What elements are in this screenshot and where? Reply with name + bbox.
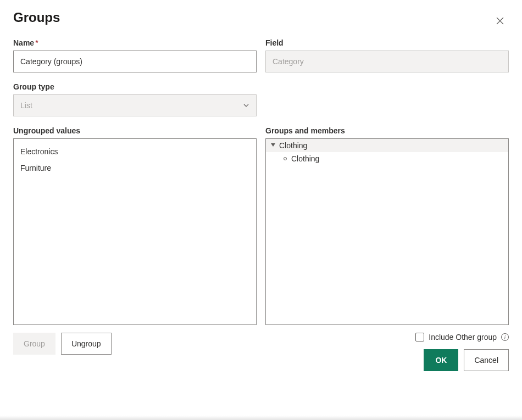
group-button[interactable]: Group (13, 333, 55, 355)
list-item[interactable]: Electronics (14, 143, 256, 160)
bottom-shadow (0, 416, 522, 420)
tree-member[interactable]: Clothing (266, 152, 508, 165)
member-bullet-icon (284, 157, 287, 160)
required-indicator: * (35, 38, 38, 47)
tree-member-label: Clothing (291, 154, 319, 163)
close-button[interactable] (491, 12, 509, 30)
ok-button[interactable]: OK (424, 349, 458, 371)
ungrouped-values-label: Ungrouped values (13, 126, 257, 135)
expand-icon[interactable] (270, 143, 276, 148)
group-type-label: Group type (13, 82, 257, 91)
chevron-down-icon (243, 102, 249, 109)
tree-group-label: Clothing (279, 141, 307, 150)
info-icon[interactable]: i (501, 333, 509, 341)
dialog-title: Groups (13, 10, 60, 25)
cancel-button[interactable]: Cancel (464, 349, 509, 371)
name-label: Name* (13, 38, 257, 47)
groups-members-label: Groups and members (265, 126, 509, 135)
include-other-label: Include Other group (429, 333, 497, 341)
field-label: Field (265, 38, 509, 47)
tree-group-header[interactable]: Clothing (266, 139, 508, 152)
field-input (265, 51, 509, 72)
close-icon (496, 17, 504, 25)
name-input[interactable] (13, 51, 257, 72)
ungrouped-values-listbox[interactable]: ElectronicsFurniture (13, 138, 257, 325)
group-type-value: List (20, 101, 32, 110)
ungroup-button[interactable]: Ungroup (61, 333, 112, 355)
name-label-text: Name (13, 38, 34, 47)
svg-marker-2 (271, 143, 275, 147)
list-item[interactable]: Furniture (14, 160, 256, 176)
include-other-checkbox[interactable] (415, 333, 424, 341)
group-type-dropdown: List (13, 94, 257, 116)
groups-members-tree[interactable]: ClothingClothing (265, 138, 509, 325)
